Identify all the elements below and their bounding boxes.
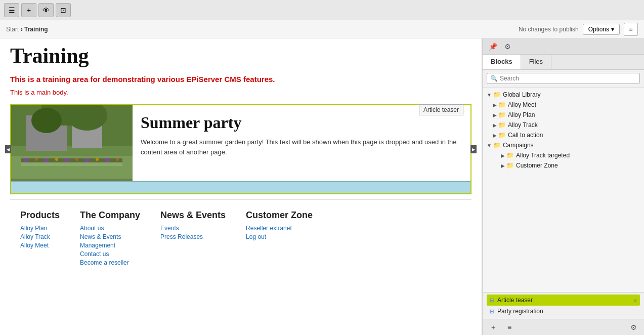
tab-blocks[interactable]: Blocks	[483, 55, 521, 69]
tree-container: ▼ 📁 Global Library ▶ 📁 Alloy Meet ▶ 📁 Al…	[483, 88, 644, 292]
folder-alloy-plan-icon: 📁	[498, 111, 506, 118]
triangle-down-icon: ▼	[487, 92, 492, 98]
footer-extranet-link[interactable]: Reseller extranet	[246, 225, 313, 232]
search-input[interactable]	[500, 75, 636, 82]
bottom-gear-button[interactable]: ⚙	[627, 321, 640, 333]
folder-alloy-meet-icon: 📁	[498, 101, 506, 108]
triangle-icon: ▶	[501, 163, 505, 169]
right-panel: 📌 ⚙ Blocks Files 🔍 ▼ 📁 Global Library	[482, 38, 644, 335]
footer-about-link[interactable]: About us	[80, 225, 140, 232]
breadcrumb: Start › Training	[6, 26, 519, 33]
tree-campaigns[interactable]: ▼ 📁 Campaigns	[483, 140, 644, 150]
menu-button[interactable]: ☰	[4, 3, 19, 17]
footer-news-heading: News & Events	[160, 210, 226, 221]
frame-button[interactable]: ⊡	[56, 3, 71, 17]
tab-files[interactable]: Files	[521, 55, 551, 69]
options-arrow-icon: ▾	[611, 26, 614, 33]
block-handle-right[interactable]: ▶	[470, 145, 477, 153]
article-image	[11, 105, 133, 181]
triangle-icon: ▶	[493, 102, 497, 108]
footer-alloy-meet-link[interactable]: Alloy Meet	[20, 242, 60, 249]
footer-news-link[interactable]: News & Events	[80, 233, 140, 240]
bottom-party-registration[interactable]: ⊟ Party registration	[487, 306, 640, 317]
alloy-meet-label: Alloy Meet	[508, 101, 640, 108]
bottom-menu-button[interactable]: ≡	[503, 321, 516, 333]
bottom-party-label: Party registration	[497, 308, 543, 315]
svg-point-11	[35, 158, 38, 161]
pin-icon[interactable]: 📌	[487, 41, 499, 52]
triangle-icon: ▶	[493, 112, 497, 118]
block-container[interactable]: ◀ ▶ Article teaser	[10, 104, 471, 194]
footer-logout-link[interactable]: Log out	[246, 233, 313, 240]
footer-reseller-link[interactable]: Become a reseller	[80, 259, 140, 266]
footer-events-link[interactable]: Events	[160, 225, 226, 232]
main-body-text: This is a main body.	[10, 89, 471, 96]
tree-alloy-meet[interactable]: ▶ 📁 Alloy Meet	[483, 100, 644, 110]
alloy-track-targeted-label: Alloy Track targeted	[516, 152, 640, 159]
svg-point-19	[116, 158, 119, 161]
tree-alloy-plan[interactable]: ▶ 📁 Alloy Plan	[483, 110, 644, 120]
footer-press-link[interactable]: Press Releases	[160, 233, 226, 240]
tree-call-to-action[interactable]: ▶ 📁 Call to action	[483, 130, 644, 140]
triangle-icon: ▶	[493, 133, 497, 138]
bottom-article-teaser[interactable]: ⊟ Article teaser ≡	[487, 295, 640, 306]
search-icon: 🔍	[490, 75, 498, 82]
right-panel-tabs: Blocks Files	[483, 55, 644, 70]
block-handle-left[interactable]: ◀	[5, 145, 11, 153]
block-action-icon[interactable]: ≡	[634, 298, 637, 303]
svg-point-13	[55, 158, 58, 161]
footer-management-link[interactable]: Management	[80, 242, 140, 249]
tree-customer-zone[interactable]: ▶ 📁 Customer Zone	[483, 160, 644, 171]
footer-contact-link[interactable]: Contact us	[80, 250, 140, 258]
preview-button[interactable]: 👁	[38, 3, 54, 17]
footer-products: Products Alloy Plan Alloy Track Alloy Me…	[20, 210, 60, 268]
svg-point-12	[45, 158, 49, 162]
article-heading: Summer party	[141, 113, 462, 132]
bottom-add-button[interactable]: +	[487, 321, 500, 333]
publish-area: No changes to publish Options ▾ ≡	[519, 23, 638, 36]
campaigns-label: Campaigns	[503, 142, 640, 149]
breadcrumb-current: Training	[24, 26, 48, 33]
footer-alloy-track-link[interactable]: Alloy Track	[20, 233, 60, 240]
article-image-inner	[11, 105, 133, 181]
tree-alloy-track[interactable]: ▶ 📁 Alloy Track	[483, 120, 644, 130]
bottom-blocks-list: ⊟ Article teaser ≡ ⊟ Party registration	[483, 292, 644, 319]
article-body: Welcome to a great summer garden party! …	[141, 137, 462, 157]
no-changes-label: No changes to publish	[519, 26, 579, 33]
tree-global-library[interactable]: ▼ 📁 Global Library	[483, 90, 644, 100]
options-button[interactable]: Options ▾	[583, 24, 620, 35]
svg-point-10	[24, 158, 28, 162]
options-label: Options	[588, 26, 609, 33]
svg-point-17	[96, 158, 99, 161]
folder-cz-icon: 📁	[506, 162, 514, 169]
triangle-icon: ▶	[501, 153, 505, 158]
folder-att-icon: 📁	[506, 152, 514, 159]
block-tooltip: Article teaser	[419, 104, 463, 115]
svg-point-14	[65, 158, 69, 162]
triangle-down-icon: ▼	[487, 143, 492, 148]
article-teaser: Summer party Welcome to a great summer g…	[11, 105, 470, 181]
svg-point-5	[31, 108, 62, 133]
svg-point-15	[75, 158, 78, 161]
block-party-icon: ⊟	[490, 308, 494, 315]
breadcrumb-bar: Start › Training No changes to publish O…	[0, 20, 644, 38]
footer-company: The Company About us News & Events Manag…	[80, 210, 140, 268]
tree-alloy-track-targeted[interactable]: ▶ 📁 Alloy Track targeted	[483, 150, 644, 160]
footer-customer-heading: Customer Zone	[246, 210, 313, 221]
gear-icon[interactable]: ⚙	[502, 41, 513, 52]
top-toolbar: ☰ + 👁 ⊡	[0, 0, 644, 20]
list-view-button[interactable]: ≡	[624, 23, 638, 36]
alloy-plan-label: Alloy Plan	[508, 111, 640, 118]
add-button[interactable]: +	[21, 3, 36, 17]
article-drop-zone[interactable]	[11, 181, 470, 193]
folder-cta-icon: 📁	[498, 132, 506, 139]
bottom-toolbar: + ≡ ⚙	[483, 319, 644, 335]
right-panel-search: 🔍	[483, 70, 644, 88]
breadcrumb-start[interactable]: Start	[6, 26, 19, 33]
footer-products-heading: Products	[20, 210, 60, 221]
footer-alloy-plan-link[interactable]: Alloy Plan	[20, 225, 60, 232]
svg-point-16	[85, 158, 89, 162]
svg-point-18	[105, 158, 109, 162]
folder-campaigns-icon: 📁	[493, 142, 501, 149]
content-area: Training This is a training area for dem…	[0, 38, 482, 335]
